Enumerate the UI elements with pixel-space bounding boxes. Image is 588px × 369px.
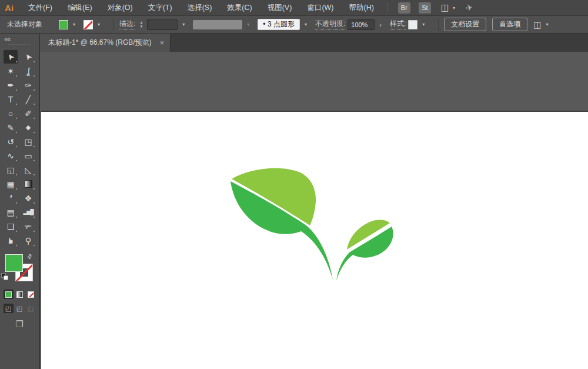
opacity-arrow-icon[interactable]: › (377, 21, 384, 28)
symbol-sprayer-tool[interactable]: ▤ (4, 205, 18, 219)
curvature-tool[interactable]: ✑ (21, 78, 35, 92)
lasso-icon: ʆ (27, 67, 30, 75)
width-tool[interactable]: ∿ (4, 149, 18, 162)
hand-tool[interactable]: ☛ (4, 234, 18, 247)
workspace-switcher-icon[interactable]: ◫ (441, 2, 449, 13)
mesh-icon: ▦ (6, 180, 14, 188)
opacity-label[interactable]: 不透明度: (315, 19, 345, 30)
rotate-icon: ↺ (7, 138, 14, 146)
menu-help[interactable]: 帮助(H) (342, 0, 382, 15)
stock-button[interactable]: St (419, 2, 431, 14)
style-chevron-icon[interactable]: ▾ (422, 22, 425, 27)
select-similar-chevron-icon[interactable]: ▾ (546, 22, 549, 27)
pasteboard (40, 52, 588, 369)
control-bar: 未选择对象 ▾ ▾ 描边: ▲ ▼ ▾ ▾ • 3 点圆形 ▾ (0, 16, 588, 34)
draw-behind-button[interactable]: ◰ (15, 304, 25, 313)
menu-type[interactable]: 文字(T) (141, 0, 180, 15)
mesh-tool[interactable]: ▦ (4, 177, 18, 191)
eyedropper-tool[interactable]: ❜ (4, 191, 18, 205)
type-icon: T (8, 95, 14, 104)
eraser-tool[interactable]: ◆ (21, 121, 35, 134)
perspective-grid-icon: ◺ (25, 166, 32, 174)
stroke-weight-field[interactable] (147, 19, 178, 30)
line-segment-tool[interactable]: ╱ (21, 92, 35, 106)
select-similar-icon[interactable]: ◫ (533, 20, 541, 29)
shape-builder-tool[interactable]: ◱ (4, 163, 18, 177)
type-tool[interactable]: T (4, 92, 18, 106)
menu-view[interactable]: 视图(V) (260, 0, 300, 15)
app-logo: Ai (0, 3, 21, 13)
panel-collapse-button[interactable]: «« (0, 34, 39, 43)
brush-chevron-icon[interactable]: ▾ (305, 22, 307, 27)
screen-mode-row: ❐ (0, 319, 39, 330)
menu-edit[interactable]: 编辑(E) (60, 0, 100, 15)
perspective-grid-tool[interactable]: ◺ (21, 163, 35, 177)
swap-fill-stroke-icon[interactable]: ⇄ (25, 252, 34, 261)
panel-grip[interactable] (8, 44, 31, 48)
blend-tool[interactable]: ❖ (21, 191, 35, 205)
stroke-weight-chevron-icon[interactable]: ▾ (182, 22, 185, 27)
stepper-down-icon[interactable]: ▼ (139, 25, 143, 28)
menu-select[interactable]: 选择(S) (180, 0, 220, 15)
menu-file[interactable]: 文件(F) (21, 0, 60, 15)
draw-inside-button[interactable]: ◰ (26, 304, 36, 313)
slice-icon: ✃ (25, 222, 32, 231)
stroke-chevron-icon[interactable]: ▾ (98, 22, 100, 27)
rotate-tool[interactable]: ↺ (4, 135, 18, 148)
magic-wand-tool[interactable]: ✶ (4, 64, 18, 78)
selection-arrow-icon: ➤ (5, 52, 16, 62)
artboard-tool[interactable]: ❏ (4, 220, 18, 233)
paintbrush-tool[interactable]: ✐ (21, 107, 35, 120)
draw-normal-icon: ◰ (5, 305, 11, 313)
stroke-color-swatch[interactable] (83, 20, 93, 29)
zoom-tool[interactable]: ⚲ (21, 234, 35, 247)
tab-close-icon[interactable]: × (160, 39, 164, 47)
document-setup-button[interactable]: 文档设置 (444, 18, 486, 31)
fill-indicator[interactable] (5, 254, 23, 272)
screen-mode-icon[interactable]: ❐ (15, 319, 23, 330)
ellipse-tool[interactable]: ○ (4, 107, 18, 120)
gpu-performance-icon[interactable]: ✈ (465, 2, 474, 13)
gradient-button[interactable] (15, 290, 25, 299)
artboard (41, 111, 588, 369)
draw-normal-button[interactable]: ◰ (4, 304, 14, 313)
selection-tool[interactable]: ➤ (4, 50, 18, 64)
document-tab-bar: 未标题-1* @ 66.67% (RGB/预览) × (40, 34, 588, 52)
color-button[interactable] (4, 290, 14, 299)
brush-definition-dropdown[interactable]: • 3 点圆形 (258, 19, 300, 30)
scale-tool[interactable]: ◳ (21, 135, 35, 148)
fill-color-swatch[interactable] (59, 20, 68, 29)
menu-effect[interactable]: 效果(C) (219, 0, 259, 15)
stepper-up-icon[interactable]: ▲ (139, 21, 143, 24)
free-transform-tool[interactable]: ▭ (21, 149, 35, 162)
style-label[interactable]: 样式: (390, 19, 406, 30)
menu-window[interactable]: 窗口(W) (299, 0, 341, 15)
pen-tool[interactable]: ✒ (4, 78, 18, 92)
leaf-logo-artwork[interactable] (218, 165, 406, 288)
preferences-button[interactable]: 首选项 (492, 18, 527, 31)
none-button[interactable] (26, 290, 36, 299)
bridge-button[interactable]: Br (398, 2, 410, 14)
menu-object[interactable]: 对象(O) (100, 0, 141, 15)
default-fill-stroke-icon[interactable] (1, 273, 8, 280)
workspace-chevron-icon[interactable]: ▾ (453, 5, 455, 11)
lasso-tool[interactable]: ʆ (21, 64, 35, 78)
width-profile-chevron-icon: ▾ (247, 22, 249, 27)
opacity-field[interactable]: 100% (348, 19, 375, 30)
pencil-tool[interactable]: ✎ (4, 121, 18, 134)
style-swatch[interactable] (408, 20, 417, 29)
paintbrush-icon: ✐ (25, 109, 32, 118)
fill-chevron-icon[interactable]: ▾ (73, 22, 75, 27)
slice-tool[interactable]: ✃ (21, 220, 35, 233)
artboard-icon: ❏ (7, 222, 15, 231)
document-tab[interactable]: 未标题-1* @ 66.67% (RGB/预览) × (40, 34, 171, 52)
gradient-tool[interactable] (21, 177, 35, 191)
stroke-weight-stepper[interactable]: ▲ ▼ (138, 21, 145, 28)
curvature-icon: ✑ (25, 81, 32, 89)
width-profile-preview[interactable] (193, 20, 242, 29)
control-separator (438, 19, 439, 31)
direct-selection-tool[interactable]: ➤ (21, 50, 35, 64)
magic-wand-icon: ✶ (7, 67, 14, 75)
column-graph-tool[interactable]: ▂▅█ (21, 205, 35, 219)
stroke-weight-label[interactable]: 描边: (119, 19, 135, 30)
